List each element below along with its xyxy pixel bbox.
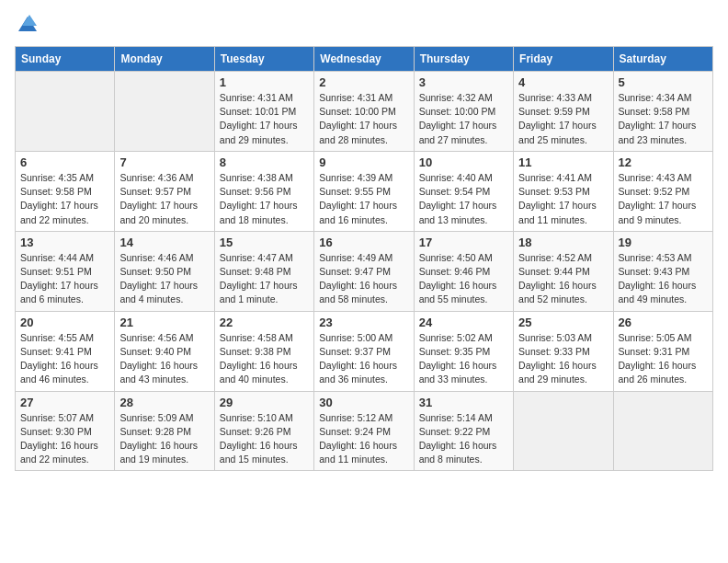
day-number: 2 xyxy=(319,75,408,89)
day-number: 26 xyxy=(619,316,708,329)
day-number: 1 xyxy=(220,75,309,89)
day-info: Sunrise: 4:52 AM Sunset: 9:44 PM Dayligh… xyxy=(518,251,608,307)
day-info: Sunrise: 4:58 AM Sunset: 9:38 PM Dayligh… xyxy=(220,331,309,387)
calendar-cell: 18Sunrise: 4:52 AM Sunset: 9:44 PM Dayli… xyxy=(514,231,613,311)
calendar-cell: 15Sunrise: 4:47 AM Sunset: 9:48 PM Dayli… xyxy=(214,231,313,311)
day-info: Sunrise: 5:12 AM Sunset: 9:24 PM Dayligh… xyxy=(319,411,408,467)
day-info: Sunrise: 4:47 AM Sunset: 9:48 PM Dayligh… xyxy=(220,251,309,307)
day-number: 10 xyxy=(419,155,508,169)
day-info: Sunrise: 4:49 AM Sunset: 9:47 PM Dayligh… xyxy=(319,251,408,307)
day-number: 5 xyxy=(619,75,708,89)
page-header xyxy=(15,15,713,37)
day-number: 7 xyxy=(119,155,209,169)
calendar-cell: 31Sunrise: 5:14 AM Sunset: 9:22 PM Dayli… xyxy=(414,391,513,471)
calendar-cell: 14Sunrise: 4:46 AM Sunset: 9:50 PM Dayli… xyxy=(115,231,214,311)
header-tuesday: Tuesday xyxy=(214,47,313,72)
calendar-cell: 2Sunrise: 4:31 AM Sunset: 10:00 PM Dayli… xyxy=(314,72,414,152)
calendar-cell: 25Sunrise: 5:03 AM Sunset: 9:33 PM Dayli… xyxy=(514,311,613,391)
calendar-cell: 30Sunrise: 5:12 AM Sunset: 9:24 PM Dayli… xyxy=(314,391,414,471)
day-info: Sunrise: 5:07 AM Sunset: 9:30 PM Dayligh… xyxy=(20,411,109,467)
calendar-week-2: 6Sunrise: 4:35 AM Sunset: 9:58 PM Daylig… xyxy=(16,151,713,231)
day-number: 4 xyxy=(518,75,608,89)
day-info: Sunrise: 5:03 AM Sunset: 9:33 PM Dayligh… xyxy=(518,331,608,387)
header-friday: Friday xyxy=(514,47,613,72)
calendar-cell: 7Sunrise: 4:36 AM Sunset: 9:57 PM Daylig… xyxy=(115,151,214,231)
day-number: 28 xyxy=(119,396,209,409)
day-info: Sunrise: 5:00 AM Sunset: 9:37 PM Dayligh… xyxy=(319,331,408,387)
day-info: Sunrise: 4:31 AM Sunset: 10:01 PM Daylig… xyxy=(220,91,309,147)
calendar-cell: 20Sunrise: 4:55 AM Sunset: 9:41 PM Dayli… xyxy=(16,311,115,391)
calendar-week-5: 27Sunrise: 5:07 AM Sunset: 9:30 PM Dayli… xyxy=(16,391,713,471)
calendar-cell: 6Sunrise: 4:35 AM Sunset: 9:58 PM Daylig… xyxy=(16,151,115,231)
day-number: 18 xyxy=(518,236,608,249)
calendar-cell: 29Sunrise: 5:10 AM Sunset: 9:26 PM Dayli… xyxy=(214,391,313,471)
day-number: 12 xyxy=(619,155,708,169)
day-info: Sunrise: 5:05 AM Sunset: 9:31 PM Dayligh… xyxy=(619,331,708,387)
day-number: 14 xyxy=(119,236,209,249)
day-number: 17 xyxy=(419,236,508,249)
day-number: 20 xyxy=(20,316,109,329)
calendar-cell: 24Sunrise: 5:02 AM Sunset: 9:35 PM Dayli… xyxy=(414,311,513,391)
day-info: Sunrise: 4:43 AM Sunset: 9:52 PM Dayligh… xyxy=(619,171,708,227)
day-info: Sunrise: 4:56 AM Sunset: 9:40 PM Dayligh… xyxy=(119,331,209,387)
day-number: 31 xyxy=(419,396,508,409)
calendar-cell: 28Sunrise: 5:09 AM Sunset: 9:28 PM Dayli… xyxy=(115,391,214,471)
day-number: 16 xyxy=(319,236,408,249)
calendar-cell: 8Sunrise: 4:38 AM Sunset: 9:56 PM Daylig… xyxy=(214,151,313,231)
day-info: Sunrise: 4:53 AM Sunset: 9:43 PM Dayligh… xyxy=(619,251,708,307)
day-number: 15 xyxy=(220,236,309,249)
day-info: Sunrise: 4:44 AM Sunset: 9:51 PM Dayligh… xyxy=(20,251,109,307)
header-sunday: Sunday xyxy=(16,47,115,72)
calendar-cell: 10Sunrise: 4:40 AM Sunset: 9:54 PM Dayli… xyxy=(414,151,513,231)
calendar-cell: 17Sunrise: 4:50 AM Sunset: 9:46 PM Dayli… xyxy=(414,231,513,311)
header-wednesday: Wednesday xyxy=(314,47,414,72)
day-info: Sunrise: 4:38 AM Sunset: 9:56 PM Dayligh… xyxy=(220,171,309,227)
day-number: 24 xyxy=(419,316,508,329)
calendar-cell: 27Sunrise: 5:07 AM Sunset: 9:30 PM Dayli… xyxy=(16,391,115,471)
day-number: 22 xyxy=(220,316,309,329)
calendar-cell: 16Sunrise: 4:49 AM Sunset: 9:47 PM Dayli… xyxy=(314,231,414,311)
calendar-cell xyxy=(613,391,712,471)
calendar-cell: 1Sunrise: 4:31 AM Sunset: 10:01 PM Dayli… xyxy=(214,72,313,152)
svg-marker-1 xyxy=(22,15,37,26)
day-number: 25 xyxy=(518,316,608,329)
day-info: Sunrise: 4:31 AM Sunset: 10:00 PM Daylig… xyxy=(319,91,408,147)
calendar-cell: 9Sunrise: 4:39 AM Sunset: 9:55 PM Daylig… xyxy=(314,151,414,231)
day-info: Sunrise: 5:10 AM Sunset: 9:26 PM Dayligh… xyxy=(220,411,309,467)
calendar-header-row: SundayMondayTuesdayWednesdayThursdayFrid… xyxy=(16,47,713,72)
day-number: 6 xyxy=(20,155,109,169)
day-info: Sunrise: 4:41 AM Sunset: 9:53 PM Dayligh… xyxy=(518,171,608,227)
calendar-cell: 22Sunrise: 4:58 AM Sunset: 9:38 PM Dayli… xyxy=(214,311,313,391)
day-info: Sunrise: 4:33 AM Sunset: 9:59 PM Dayligh… xyxy=(518,91,608,147)
logo xyxy=(15,15,39,37)
day-info: Sunrise: 4:46 AM Sunset: 9:50 PM Dayligh… xyxy=(119,251,209,307)
day-info: Sunrise: 5:02 AM Sunset: 9:35 PM Dayligh… xyxy=(419,331,508,387)
calendar-week-4: 20Sunrise: 4:55 AM Sunset: 9:41 PM Dayli… xyxy=(16,311,713,391)
calendar-cell: 13Sunrise: 4:44 AM Sunset: 9:51 PM Dayli… xyxy=(16,231,115,311)
day-info: Sunrise: 4:35 AM Sunset: 9:58 PM Dayligh… xyxy=(20,171,109,227)
calendar-cell: 11Sunrise: 4:41 AM Sunset: 9:53 PM Dayli… xyxy=(514,151,613,231)
calendar-week-1: 1Sunrise: 4:31 AM Sunset: 10:01 PM Dayli… xyxy=(16,72,713,152)
calendar-cell: 26Sunrise: 5:05 AM Sunset: 9:31 PM Dayli… xyxy=(613,311,712,391)
calendar-cell: 3Sunrise: 4:32 AM Sunset: 10:00 PM Dayli… xyxy=(414,72,513,152)
day-number: 11 xyxy=(518,155,608,169)
day-number: 8 xyxy=(220,155,309,169)
calendar-cell: 19Sunrise: 4:53 AM Sunset: 9:43 PM Dayli… xyxy=(613,231,712,311)
header-monday: Monday xyxy=(115,47,214,72)
calendar-week-3: 13Sunrise: 4:44 AM Sunset: 9:51 PM Dayli… xyxy=(16,231,713,311)
day-number: 29 xyxy=(220,396,309,409)
day-info: Sunrise: 4:32 AM Sunset: 10:00 PM Daylig… xyxy=(419,91,508,147)
day-number: 13 xyxy=(20,236,109,249)
logo-icon xyxy=(17,15,39,37)
day-number: 27 xyxy=(20,396,109,409)
day-number: 21 xyxy=(119,316,209,329)
day-number: 30 xyxy=(319,396,408,409)
day-info: Sunrise: 4:55 AM Sunset: 9:41 PM Dayligh… xyxy=(20,331,109,387)
day-info: Sunrise: 4:50 AM Sunset: 9:46 PM Dayligh… xyxy=(419,251,508,307)
day-number: 23 xyxy=(319,316,408,329)
header-thursday: Thursday xyxy=(414,47,513,72)
header-saturday: Saturday xyxy=(613,47,712,72)
calendar-cell xyxy=(16,72,115,152)
day-info: Sunrise: 5:14 AM Sunset: 9:22 PM Dayligh… xyxy=(419,411,508,467)
day-info: Sunrise: 4:39 AM Sunset: 9:55 PM Dayligh… xyxy=(319,171,408,227)
